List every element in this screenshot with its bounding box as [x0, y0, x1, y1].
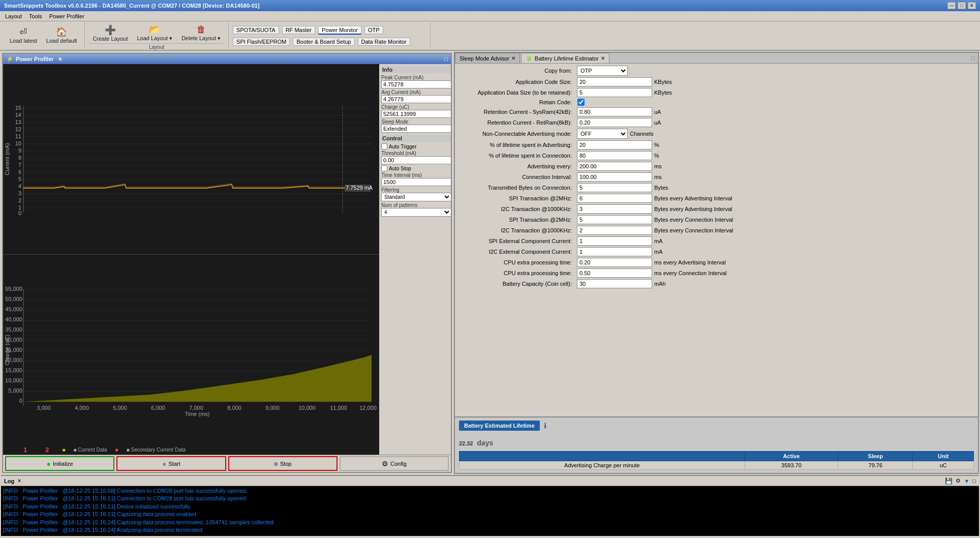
create-layout-button[interactable]: ➕ Create Layout: [89, 24, 131, 43]
num-patterns-select[interactable]: 4: [381, 208, 451, 217]
minimize-button[interactable]: —: [947, 2, 956, 9]
delete-layout-icon: 🗑: [197, 25, 206, 34]
auto-stop-checkbox[interactable]: [381, 165, 387, 171]
charge-input[interactable]: 52561.13999: [381, 110, 451, 118]
close-button[interactable]: ✕: [968, 2, 976, 9]
spi-conn-input[interactable]: [577, 215, 652, 224]
cpu-adv-input[interactable]: [577, 258, 652, 267]
config-button[interactable]: ⚙ Config: [340, 456, 449, 471]
spi-ext-unit: mA: [654, 238, 663, 244]
battery-tab-close[interactable]: ✕: [601, 55, 605, 61]
maximize-button[interactable]: □: [958, 2, 966, 9]
svg-text:15: 15: [15, 105, 21, 111]
log-maximize-icon[interactable]: □: [972, 478, 976, 484]
load-layout-icon: 📂: [149, 25, 160, 34]
svg-text:14: 14: [15, 112, 21, 118]
power-monitor-button[interactable]: Power Monitor: [318, 26, 361, 35]
log-filter-icon[interactable]: ⚙: [956, 477, 961, 484]
initialize-button[interactable]: ● Initialize: [5, 456, 114, 471]
filtering-select[interactable]: Standard: [381, 193, 451, 201]
svg-text:7,000: 7,000: [189, 405, 203, 411]
start-button[interactable]: ● Start: [116, 456, 226, 471]
log-line-5: [INFO Power Profiler @18-12-25 15:16:24]…: [3, 519, 977, 526]
lifetime-conn-input[interactable]: [577, 151, 652, 160]
peak-current-input[interactable]: 4.75278: [381, 80, 451, 88]
app-code-label: Application Code Size:: [458, 79, 575, 85]
menu-tools[interactable]: Tools: [26, 12, 45, 20]
log-save-icon[interactable]: 💾: [945, 477, 953, 485]
table-row: Advertising Charge per minute 3593.70 79…: [460, 461, 974, 470]
secondary-data-label: ■ Secondary Current Data: [127, 447, 186, 453]
sleep-mode-input[interactable]: Extended: [381, 125, 451, 133]
load-latest-button[interactable]: ⏎ Load latest: [6, 26, 41, 45]
tx-bytes-input[interactable]: [577, 183, 652, 192]
booter-button[interactable]: Booter & Board Setup: [293, 38, 354, 46]
spi-conn-label: SPI Transaction @2MHz:: [458, 217, 575, 223]
tx-bytes-label: Transmitted Bytes on Connection:: [458, 185, 575, 191]
i2c-adv-input[interactable]: [577, 204, 652, 214]
avg-current-input[interactable]: 4.26779: [381, 95, 451, 103]
stop-button[interactable]: ■ Stop: [228, 456, 338, 471]
svg-text:0: 0: [18, 210, 21, 216]
battery-info-icon[interactable]: ℹ: [544, 422, 546, 430]
spi-flash-button[interactable]: SPI Flash/EEPROM: [233, 38, 290, 46]
log-scroll-icon[interactable]: ▼: [964, 478, 969, 484]
retention-sysram-unit: uA: [654, 109, 661, 115]
table-cell-label: Advertising Charge per minute: [460, 461, 745, 470]
i2c-conn-label: I2C Transaction @1000KHz:: [458, 227, 575, 233]
maximize-icon[interactable]: □: [444, 56, 448, 62]
auto-trigger-checkbox[interactable]: [381, 143, 387, 150]
load-default-button[interactable]: 🏠 Load default: [43, 26, 81, 45]
log-close-button[interactable]: ✕: [17, 478, 21, 484]
threshold-input[interactable]: 0.00: [381, 156, 451, 164]
copy-from-select[interactable]: OTP Flash None: [577, 66, 628, 76]
battery-estimated-lifetime-label: Battery Estimated Lifetime: [459, 421, 540, 431]
spi-adv-input[interactable]: [577, 194, 652, 203]
log-titlebar: Log ✕ 💾 ⚙ ▼ □: [1, 476, 979, 486]
tab-sleep-advisor[interactable]: Sleep Mode Advisor ✕: [455, 53, 520, 63]
conn-interval-input[interactable]: [577, 172, 652, 182]
app-data-unit: KBytes: [654, 89, 672, 96]
retention-sysram-input[interactable]: [577, 107, 652, 116]
i2c-ext-input[interactable]: [577, 247, 652, 256]
non-connectable-select[interactable]: OFF ON: [577, 129, 628, 139]
table-cell-unit: uC: [913, 461, 974, 470]
load-latest-icon: ⏎: [19, 27, 27, 37]
menu-power-profiler[interactable]: Power Profiler: [46, 12, 87, 20]
power-profiler-close[interactable]: ✕: [58, 56, 62, 62]
tab-battery-estimator[interactable]: 🔋 Battery Lifetime Estimator ✕: [521, 53, 609, 63]
right-panel-maximize[interactable]: □: [968, 54, 978, 62]
data-rate-button[interactable]: Data Rate Monitor: [358, 38, 410, 46]
delete-layout-button[interactable]: 🗑 Delete Layout ▾: [178, 23, 224, 43]
i2c-conn-input[interactable]: [577, 226, 652, 235]
table-header-unit: Unit: [913, 452, 974, 461]
app-data-input[interactable]: [577, 88, 652, 97]
app-code-input[interactable]: [577, 77, 652, 86]
spi-flash-label: SPI Flash/EEPROM: [236, 39, 286, 45]
toolbar: ⏎ Load latest 🏠 Load default ➕ Create La…: [0, 21, 980, 51]
cpu-conn-input[interactable]: [577, 268, 652, 278]
start-label: Start: [168, 461, 180, 467]
svg-text:50,000: 50,000: [5, 296, 22, 302]
adv-every-input[interactable]: [577, 162, 652, 171]
battery-capacity-input[interactable]: [577, 279, 652, 288]
log-line-3: [INFO Power Profiler @18-12-25 15:16:11]…: [3, 503, 977, 511]
menu-layout[interactable]: Layout: [2, 12, 25, 20]
otp-button[interactable]: OTP: [364, 26, 383, 34]
retain-code-checkbox[interactable]: [577, 99, 585, 106]
svg-text:12,000: 12,000: [359, 405, 377, 411]
svg-text:4,000: 4,000: [75, 405, 89, 411]
svg-text:4: 4: [18, 183, 21, 189]
rf-master-button[interactable]: RF Master: [282, 26, 315, 34]
cpu-conn-unit: ms every Connection Interval: [654, 270, 726, 276]
power-profiler-icon: ⚡: [6, 55, 14, 63]
spota-button[interactable]: SPOTA/SUOTA: [233, 26, 279, 34]
load-layout-button[interactable]: 📂 Load Layout ▾: [134, 23, 176, 43]
retention-retram-input[interactable]: [577, 118, 652, 127]
spi-adv-row: SPI Transaction @2MHz: Bytes every Adver…: [458, 194, 975, 203]
lifetime-adv-input[interactable]: [577, 140, 652, 150]
spi-ext-input[interactable]: [577, 236, 652, 246]
sleep-tab-close[interactable]: ✕: [511, 55, 515, 61]
lifetime-conn-label: % of lifetime spent in Connection:: [458, 153, 575, 159]
time-interval-input[interactable]: 1500: [381, 178, 451, 186]
